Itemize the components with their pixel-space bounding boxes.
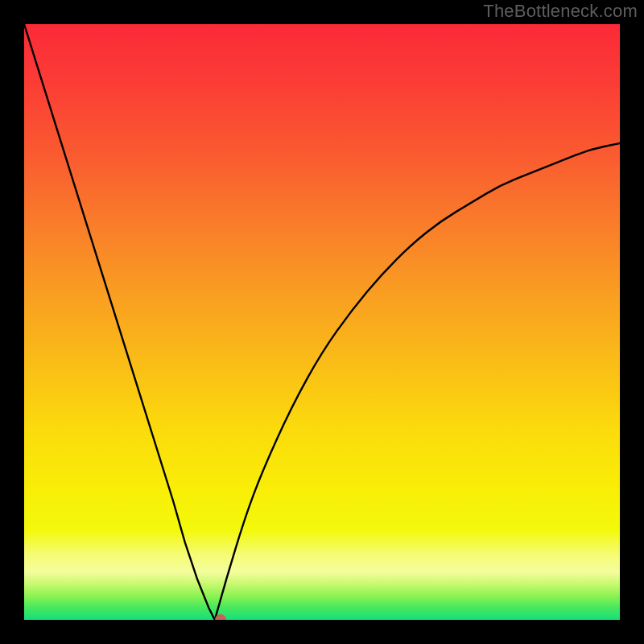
chart-frame: TheBottleneck.com: [0, 0, 644, 644]
optimal-point-marker: [215, 614, 226, 620]
watermark-text: TheBottleneck.com: [483, 1, 638, 22]
plot-area: [24, 24, 620, 620]
bottleneck-curve: [24, 24, 620, 620]
curve-path: [24, 24, 620, 620]
